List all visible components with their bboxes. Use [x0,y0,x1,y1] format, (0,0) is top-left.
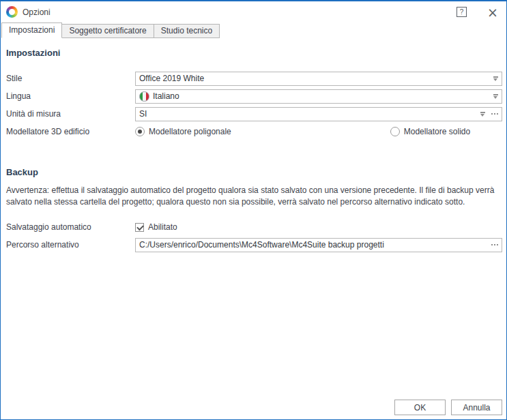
ellipsis-browse-icon[interactable] [491,244,498,245]
unita-combobox[interactable]: SI [135,107,502,121]
abilitato-label: Abilitato [148,222,177,232]
radio-modellatore-solido[interactable]: Modellatore solido [390,127,470,136]
dialog-footer: OK Annulla [394,400,502,415]
percorso-label: Percorso alternativo [6,240,135,250]
chevron-down-icon[interactable] [493,76,498,81]
radio-unselected-icon[interactable] [390,127,400,136]
impostazioni-rows: Stile Office 2019 White Lingua Italiano … [6,70,502,140]
percorso-input[interactable]: C:/Users/enrico/Documents\Mc4Software\Mc… [135,238,502,252]
radio-selected-icon[interactable] [135,127,145,136]
lingua-combobox[interactable]: Italiano [135,89,502,104]
window-title: Opzioni [23,7,50,17]
italian-flag-icon [139,91,149,102]
unita-label: Unità di misura [6,109,135,119]
chevron-down-icon[interactable] [493,94,498,99]
modellatore-label: Modellatore 3D edificio [6,127,135,136]
stile-combobox[interactable]: Office 2019 White [135,72,502,86]
section-heading-backup: Backup [6,167,502,177]
section-heading-impostazioni: Impostazioni [6,48,502,58]
tab-soggetto-certificatore[interactable]: Soggetto certificatore [62,24,154,38]
abilitato-checkbox-wrap[interactable]: Abilitato [135,222,502,232]
help-icon[interactable]: ? [457,7,467,17]
tab-impostazioni[interactable]: Impostazioni [1,22,62,38]
lingua-value: Italiano [153,91,489,101]
row-percorso-alternativo: Percorso alternativo C:/Users/enrico/Doc… [6,236,502,254]
tab-strip: Impostazioni Soggetto certificatore Stud… [1,22,506,38]
lingua-label: Lingua [6,91,135,101]
stile-value: Office 2019 White [139,74,489,83]
unita-value: SI [139,109,476,119]
app-logo-icon [6,6,18,18]
chevron-down-icon[interactable] [480,112,485,117]
tab-content: Impostazioni Stile Office 2019 White Lin… [1,48,506,254]
radio-solido-label: Modellatore solido [404,127,470,136]
ok-button[interactable]: OK [394,400,446,415]
modellatore-radio-group: Modellatore poligonale Modellatore solid… [135,127,502,136]
backup-warning-text: Avvertenza: effettua il salvataggio auto… [6,185,502,208]
tab-studio-tecnico[interactable]: Studio tecnico [154,24,220,38]
titlebar: Opzioni ? × [1,1,506,22]
row-lingua: Lingua Italiano [6,87,502,105]
percorso-value: C:/Users/enrico/Documents\Mc4Software\Mc… [139,240,485,250]
row-modellatore-3d: Modellatore 3D edificio Modellatore poli… [6,123,502,140]
row-salvataggio-automatico: Salvataggio automatico Abilitato [6,218,502,236]
radio-modellatore-poligonale[interactable]: Modellatore poligonale [135,127,231,136]
close-icon[interactable]: × [484,7,501,18]
backup-rows: Salvataggio automatico Abilitato Percors… [6,218,502,254]
options-dialog: Opzioni ? × Impostazioni Soggetto certif… [0,0,507,420]
row-unita-di-misura: Unità di misura SI [6,105,502,123]
stile-label: Stile [6,74,135,83]
radio-poligonale-label: Modellatore poligonale [149,127,231,136]
ellipsis-browse-icon[interactable] [491,113,498,115]
salvataggio-label: Salvataggio automatico [6,222,135,232]
row-stile: Stile Office 2019 White [6,70,502,87]
cancel-button[interactable]: Annulla [451,400,502,415]
checkbox-checked-icon[interactable] [135,223,144,232]
